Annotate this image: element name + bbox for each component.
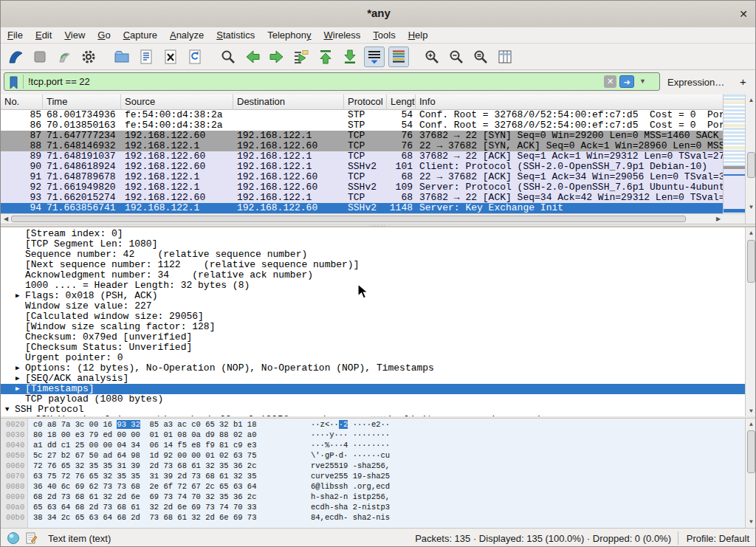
add-filter-button[interactable]: + [740,75,746,88]
menu-item-capture[interactable]: Capture [123,30,157,41]
scrollbar-thumb[interactable] [747,152,755,178]
detail-tree-row[interactable]: [Stream index: 0] [1,229,745,239]
detail-tree-row[interactable]: ▶Flags: 0x018 (PSH, ACK) [1,291,745,301]
detail-tree-row[interactable]: ▶[Timestamps] [1,384,745,394]
hex-row[interactable]: 006072 76 65 32 35 35 31 39 2d 73 68 61 … [1,461,745,471]
find-packet-icon[interactable] [218,47,238,67]
scroll-down-icon[interactable]: ▼ [746,406,756,416]
zoom-in-icon[interactable] [422,47,442,67]
menu-item-analyze[interactable]: Analyze [170,30,204,41]
scrollbar-thumb[interactable] [11,216,686,222]
detail-tree-row[interactable]: [Next sequence number: 1122 (relative se… [1,260,745,270]
start-capture-icon[interactable] [5,47,26,67]
go-to-packet-icon[interactable] [291,47,312,67]
restart-capture-icon[interactable] [54,47,75,67]
resize-columns-icon[interactable] [495,47,515,67]
go-forward-icon[interactable] [267,47,287,67]
packet-row[interactable]: 8771.647777234192.168.122.60192.168.122.… [1,131,723,141]
capture-options-icon[interactable] [78,47,99,67]
column-header-length[interactable]: Length [387,94,416,110]
scroll-left-icon[interactable]: ◀ [1,215,10,224]
detail-tree-row[interactable]: ▼SSH Protocol [1,405,745,415]
stop-capture-icon[interactable] [30,47,50,67]
menu-item-go[interactable]: Go [97,30,110,41]
hex-bytes[interactable]: 68 2d 73 68 61 32 2d 6e 69 73 74 70 32 3… [33,492,256,502]
filter-bookmark-icon[interactable] [7,75,21,89]
details-vscrollbar[interactable]: ▲ ▼ [745,227,756,417]
column-header-destination[interactable]: Destination [233,94,344,110]
hex-row[interactable]: 0020c0 a8 7a 3c 00 16 93 32 85 a3 ac c0 … [1,419,745,430]
status-profile[interactable]: Profile: Default [687,533,749,544]
scroll-up-icon[interactable]: ▲ [746,419,756,430]
scrollbar-thumb[interactable] [747,240,755,283]
auto-scroll-icon[interactable] [364,47,385,67]
hex-row[interactable]: 009068 2d 73 68 61 32 2d 6e 69 73 74 70 … [1,492,745,502]
go-back-icon[interactable] [242,47,263,67]
menu-item-tools[interactable]: Tools [373,30,395,41]
expander-collapsed-icon[interactable]: ▶ [16,291,19,301]
hex-bytes[interactable]: 38 34 2c 65 63 64 68 2d 73 68 61 32 2d 6… [33,512,256,523]
hex-ascii[interactable]: ··z<···2 ····e2·· [311,419,390,430]
menu-item-wireless[interactable]: Wireless [324,30,361,41]
open-file-icon[interactable] [111,47,132,67]
hex-bytes[interactable]: 65 63 64 68 2d 73 68 61 32 2d 6e 69 73 7… [33,502,256,512]
go-first-icon[interactable] [315,47,336,67]
detail-tree-row[interactable]: [TCP Segment Len: 1080] [1,239,745,250]
packet-row[interactable]: 9471.663856741192.168.122.1192.168.122.6… [1,203,723,213]
hex-ascii[interactable]: rve25519 -sha256, [311,461,390,471]
expression-button[interactable]: Expression… [667,77,724,88]
hex-ascii[interactable]: 84,ecdh- sha2-nis [311,512,390,523]
save-file-icon[interactable] [136,47,157,67]
detail-tree-row[interactable]: Checksum: 0x79ed [unverified] [1,332,745,343]
detail-tree-row[interactable]: [Calculated window size: 29056] [1,312,745,322]
packet-row[interactable]: 8568.001734936fe:54:00:d4:38:2aSTP54Conf… [1,110,723,120]
menu-item-file[interactable]: File [7,30,23,41]
hex-bytes[interactable]: 5c 27 b2 67 50 ad 64 98 1d 92 00 00 01 0… [33,450,256,461]
packet-row[interactable]: 8871.648146932192.168.122.1192.168.122.6… [1,141,723,151]
scroll-down-icon[interactable]: ▼ [746,517,756,527]
menu-item-statistics[interactable]: Statistics [216,30,255,41]
packet-row[interactable]: 8971.648191037192.168.122.60192.168.122.… [1,151,723,162]
expander-collapsed-icon[interactable]: ▶ [16,363,19,374]
expander-collapsed-icon[interactable]: ▶ [16,384,19,394]
hex-ascii[interactable]: curve255 19-sha25 [311,471,390,481]
hex-row[interactable]: 0040a1 dd c1 25 00 00 04 34 06 14 f5 e8 … [1,440,745,450]
packet-row[interactable]: 8670.013850163fe:54:00:d4:38:2aSTP54Conf… [1,120,723,131]
scroll-up-icon[interactable]: ▲ [746,95,756,106]
hex-ascii[interactable]: ···%···4 ········ [311,440,390,450]
column-header-source[interactable]: Source [121,94,233,110]
menu-item-help[interactable]: Help [408,30,428,41]
go-last-icon[interactable] [340,47,360,67]
detail-tree-row[interactable]: TCP payload (1080 bytes) [1,394,745,405]
hex-ascii[interactable]: ecdh-sha 2-nistp3 [311,502,390,512]
expander-expanded-icon[interactable]: ▼ [5,405,9,415]
expander-collapsed-icon[interactable]: ▶ [16,374,19,384]
close-file-icon[interactable] [160,47,181,67]
hex-row[interactable]: 003080 18 00 e3 79 ed 00 00 01 01 08 0a … [1,430,745,440]
filter-apply-icon[interactable]: ➜ [619,75,634,88]
filter-dropdown-icon[interactable]: ▼ [639,78,646,85]
hex-vscrollbar[interactable]: ▲ ▼ [745,419,756,528]
display-filter-text[interactable]: !tcp.port == 22 [28,76,90,87]
packet-list-vscrollbar[interactable]: ▲ ▼ [745,94,756,224]
detail-tree-row[interactable]: Urgent pointer: 0 [1,353,745,363]
column-header-info[interactable]: Info [416,94,745,110]
expert-info-icon[interactable] [7,531,20,547]
title-bar[interactable]: *any ✕ [1,1,756,28]
capture-comment-icon[interactable] [24,531,38,547]
display-filter-input[interactable]: !tcp.port == 22 ✕ ➜ ▼ [4,72,660,91]
hex-bytes[interactable]: 72 76 65 32 35 35 31 39 2d 73 68 61 32 3… [33,461,256,471]
hex-ascii[interactable]: \'·gP·d· ······cu [311,450,390,461]
reload-file-icon[interactable] [185,47,205,67]
menu-item-edit[interactable]: Edit [35,30,52,41]
hex-row[interactable]: 00505c 27 b2 67 50 ad 64 98 1d 92 00 00 … [1,450,745,461]
column-header-time[interactable]: Time [43,94,121,110]
hex-row[interactable]: 007063 75 72 76 65 32 35 35 31 39 2d 73 … [1,471,745,481]
hex-row[interactable]: 00b038 34 2c 65 63 64 68 2d 73 68 61 32 … [1,512,745,523]
packet-list-hscrollbar[interactable]: ◀ ▶ [1,213,745,224]
hex-bytes[interactable]: 63 75 72 76 65 32 35 35 31 39 2d 73 68 6… [33,471,256,481]
column-header-protocol[interactable]: Protocol [344,94,387,110]
hex-bytes[interactable]: 36 40 6c 69 62 73 73 68 2e 6f 72 67 2c 6… [33,481,256,492]
column-header-no[interactable]: No. [1,94,43,110]
zoom-original-icon[interactable] [470,47,491,67]
